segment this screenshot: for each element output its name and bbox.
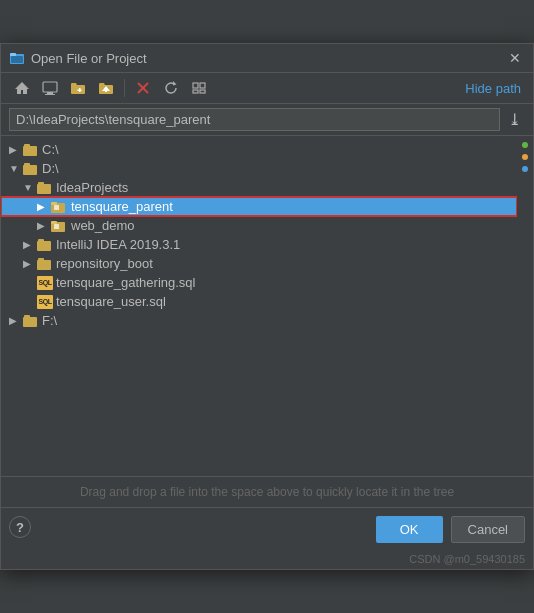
sql-icon-1: SQL <box>37 276 53 290</box>
label-c-drive: C:\ <box>42 142 59 157</box>
folder-idea-icon-tensquare <box>51 200 67 214</box>
arrow-f-drive <box>9 315 23 326</box>
folder-icon-intellij <box>37 239 53 251</box>
bottom-buttons: ? OK Cancel <box>1 507 533 551</box>
toolbar: Hide path <box>1 73 533 104</box>
tree-item-tensquare-parent[interactable]: tensquare_parent <box>1 197 517 216</box>
dialog-title: Open File or Project <box>31 51 499 66</box>
folder-icon-c <box>23 144 39 156</box>
folder-icon-f <box>23 315 39 327</box>
label-repo-boot: reponsitory_boot <box>56 256 153 271</box>
arrow-intellij <box>23 239 37 250</box>
svg-marker-13 <box>173 81 177 86</box>
svg-rect-17 <box>200 90 205 93</box>
arrow-tensquare <box>37 201 51 212</box>
watermark: CSDN @m0_59430185 <box>1 551 533 569</box>
tree-item-f-drive[interactable]: F:\ <box>1 311 517 330</box>
arrow-c-drive <box>9 144 23 155</box>
main-area: C:\ D:\ IdeaProjects <box>1 136 533 476</box>
toggle-view-button[interactable] <box>186 77 212 99</box>
cancel-button[interactable]: Cancel <box>451 516 525 543</box>
folder-icon-idea-projects <box>37 182 53 194</box>
arrow-idea-projects <box>23 182 37 193</box>
path-input[interactable] <box>9 108 500 131</box>
arrow-web-demo <box>37 220 51 231</box>
title-bar: Open File or Project ✕ <box>1 44 533 73</box>
svg-rect-8 <box>78 90 82 92</box>
desktop-button[interactable] <box>37 77 63 99</box>
svg-marker-3 <box>15 82 29 94</box>
tree-item-c-drive[interactable]: C:\ <box>1 140 517 159</box>
svg-rect-2 <box>11 56 23 63</box>
side-indicators <box>517 136 533 476</box>
svg-rect-20 <box>54 205 59 210</box>
tree-item-web-demo[interactable]: web_demo <box>1 216 517 235</box>
svg-rect-1 <box>10 53 16 56</box>
tree-item-idea-projects[interactable]: IdeaProjects <box>1 178 517 197</box>
label-f-drive: F:\ <box>42 313 57 328</box>
svg-rect-16 <box>193 90 198 93</box>
arrow-d-drive <box>9 163 23 174</box>
svg-rect-22 <box>51 221 57 224</box>
label-intellij: IntelliJ IDEA 2019.3.1 <box>56 237 180 252</box>
tree-item-repo-boot[interactable]: reponsitory_boot <box>1 254 517 273</box>
file-tree[interactable]: C:\ D:\ IdeaProjects <box>1 136 517 476</box>
svg-rect-5 <box>47 92 53 94</box>
svg-rect-19 <box>51 202 57 205</box>
label-web-demo: web_demo <box>71 218 135 233</box>
dialog-icon <box>9 50 25 66</box>
tree-item-sql2[interactable]: SQL tensquare_user.sql <box>1 292 517 311</box>
label-tensquare: tensquare_parent <box>71 199 173 214</box>
arrow-repo-boot <box>23 258 37 269</box>
help-button[interactable]: ? <box>9 516 31 538</box>
svg-rect-23 <box>54 224 59 229</box>
drag-hint: Drag and drop a file into the space abov… <box>1 476 533 507</box>
side-dot-blue <box>522 166 528 172</box>
label-sql2: tensquare_user.sql <box>56 294 166 309</box>
ok-button[interactable]: OK <box>376 516 443 543</box>
svg-rect-15 <box>200 83 205 88</box>
path-bar: ⤓ <box>1 104 533 136</box>
tree-item-intellij[interactable]: IntelliJ IDEA 2019.3.1 <box>1 235 517 254</box>
up-button[interactable] <box>93 77 119 99</box>
tree-item-d-drive[interactable]: D:\ <box>1 159 517 178</box>
folder-idea-icon-web-demo <box>51 219 67 233</box>
refresh-button[interactable] <box>158 77 184 99</box>
tree-item-sql1[interactable]: SQL tensquare_gathering.sql <box>1 273 517 292</box>
svg-rect-14 <box>193 83 198 88</box>
delete-button[interactable] <box>130 77 156 99</box>
svg-rect-4 <box>43 82 57 92</box>
side-dot-green <box>522 142 528 148</box>
svg-rect-10 <box>105 91 107 92</box>
path-confirm-button[interactable]: ⤓ <box>504 108 525 131</box>
home-button[interactable] <box>9 77 35 99</box>
folder-icon-d <box>23 163 39 175</box>
hide-path-button[interactable]: Hide path <box>461 79 525 98</box>
folder-icon-repo-boot <box>37 258 53 270</box>
side-dot-orange <box>522 154 528 160</box>
open-dialog: Open File or Project ✕ <box>0 43 534 570</box>
toolbar-separator <box>124 79 125 97</box>
label-d-drive: D:\ <box>42 161 59 176</box>
close-button[interactable]: ✕ <box>505 50 525 66</box>
sql-icon-2: SQL <box>37 295 53 309</box>
svg-rect-6 <box>45 94 55 95</box>
label-sql1: tensquare_gathering.sql <box>56 275 196 290</box>
new-folder-button[interactable] <box>65 77 91 99</box>
label-idea-projects: IdeaProjects <box>56 180 128 195</box>
